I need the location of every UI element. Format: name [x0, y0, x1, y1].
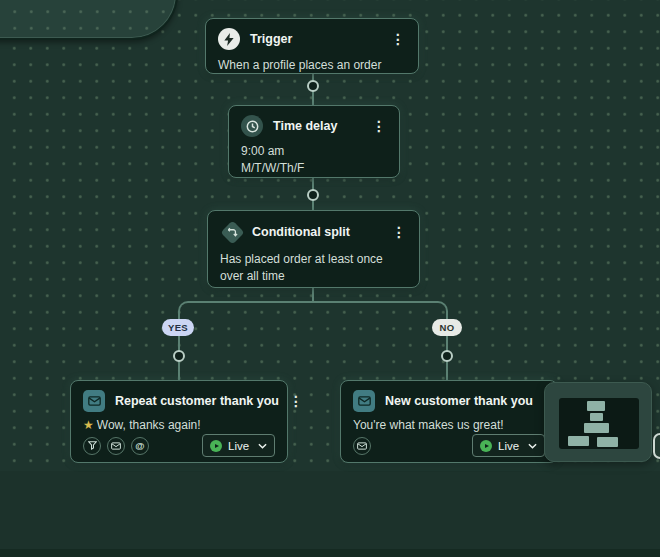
minimap-node: [587, 401, 605, 411]
connector-point[interactable]: [173, 350, 185, 362]
connector-point[interactable]: [307, 189, 319, 201]
connector-point[interactable]: [307, 80, 319, 92]
chevron-down-icon: [528, 443, 537, 449]
new-email-title: New customer thank you: [385, 394, 533, 408]
status-badge: Live: [498, 440, 522, 452]
live-play-icon: [480, 440, 492, 452]
conditional-split-description: Has placed order at least once over all …: [220, 251, 407, 286]
time-delay-title: Time delay: [273, 119, 361, 133]
toolbar-panel-partial: [0, 0, 178, 40]
trigger-menu-button[interactable]: ⋮: [390, 32, 406, 46]
status-badge: Live: [228, 440, 252, 452]
clock-icon: [241, 115, 263, 137]
new-email-message: You're what makes us great!: [353, 417, 545, 434]
repeat-email-node[interactable]: Repeat customer thank you ⋮ ★Wow, thanks…: [70, 380, 288, 463]
conditional-split-node[interactable]: Conditional split ⋮ Has placed order at …: [207, 210, 420, 288]
branch-no-label: NO: [432, 319, 462, 336]
canvas-bottom-edge: [0, 549, 660, 557]
minimap-node: [584, 423, 609, 433]
trigger-node[interactable]: Trigger ⋮ When a profile places an order: [205, 18, 419, 74]
conditional-split-title: Conditional split: [252, 225, 383, 239]
minimap-viewport[interactable]: [559, 398, 639, 449]
branch-yes-label: YES: [162, 319, 194, 336]
chevron-down-icon: [258, 443, 267, 449]
connector-point[interactable]: [441, 350, 453, 362]
conditional-split-menu-button[interactable]: ⋮: [391, 225, 407, 239]
branch-connector: [178, 301, 448, 380]
minimap-node: [568, 436, 589, 446]
email-icon: [353, 390, 375, 412]
time-delay-node[interactable]: Time delay ⋮ 9:00 am M/T/W/Th/F: [228, 105, 400, 178]
envelope-icon: [353, 437, 371, 455]
envelope-icon: [107, 437, 125, 455]
flow-canvas[interactable]: YES NO Trigger ⋮ When a profile places a…: [0, 0, 660, 557]
repeat-email-status-dropdown[interactable]: Live: [202, 434, 275, 457]
zoom-control-partial[interactable]: [653, 433, 660, 459]
time-delay-days: M/T/W/Th/F: [241, 160, 387, 177]
new-email-status-dropdown[interactable]: Live: [472, 434, 545, 457]
repeat-email-menu-button[interactable]: ⋮: [289, 394, 303, 408]
repeat-email-title: Repeat customer thank you: [115, 394, 279, 408]
funnel-icon: [83, 437, 101, 455]
connector-line: [312, 288, 314, 302]
trigger-description: When a profile places an order: [218, 57, 406, 74]
minimap-node: [590, 413, 603, 421]
time-delay-time: 9:00 am: [241, 143, 387, 160]
star-icon: ★: [83, 418, 94, 432]
lightning-icon: [218, 28, 240, 50]
time-delay-menu-button[interactable]: ⋮: [371, 119, 387, 133]
email-icon: [83, 390, 105, 412]
at-icon: @: [131, 437, 149, 455]
live-play-icon: [210, 440, 222, 452]
minimap[interactable]: [544, 382, 652, 462]
trigger-title: Trigger: [250, 32, 380, 46]
new-email-node[interactable]: New customer thank you ⋮ You're what mak…: [340, 380, 558, 463]
split-icon: [220, 220, 244, 244]
repeat-email-message-row: ★Wow, thanks again!: [83, 417, 275, 434]
repeat-email-message: Wow, thanks again!: [97, 418, 201, 432]
minimap-node: [597, 437, 618, 447]
